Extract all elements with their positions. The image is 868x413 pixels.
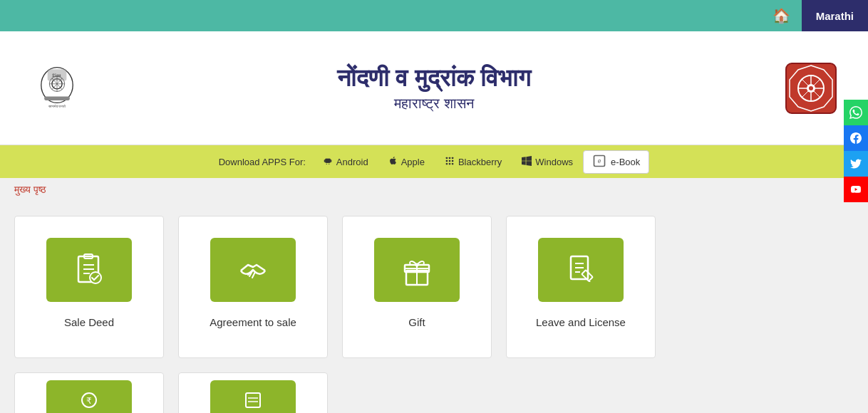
top-bar: 🏠 Marathi xyxy=(0,0,868,31)
gift-card[interactable]: Gift xyxy=(342,216,492,358)
leave-license-icon-box xyxy=(538,238,624,302)
agreement-icon xyxy=(234,251,273,290)
cards-grid: Sale Deed Agreement to sale xyxy=(14,216,854,358)
partial-card-2-icon-box xyxy=(210,380,296,413)
download-label: Download APPS For: xyxy=(219,157,306,167)
agreement-to-sale-label: Agreement to sale xyxy=(210,316,296,328)
ashoka-emblem-icon: 𝕷𝖎𝖔𝖓 सत्यमेव जयते xyxy=(32,60,82,117)
breadcrumb-text[interactable]: मुख्य पृष्ठ xyxy=(14,184,46,195)
mahabhumi-logo-container xyxy=(775,60,847,117)
ebook-icon: e xyxy=(592,154,606,170)
header-title-sub: महाराष्ट्र शासन xyxy=(93,95,775,112)
agreement-icon-box xyxy=(210,238,296,302)
mahabhumi-logo-icon xyxy=(782,60,839,117)
svg-point-44 xyxy=(415,263,418,266)
header-title: नोंदणी व मुद्रांक विभाग महाराष्ट्र शासन xyxy=(93,64,775,112)
windows-app-button[interactable]: Windows xyxy=(512,153,583,171)
partial-card-2[interactable] xyxy=(178,372,328,413)
gift-label: Gift xyxy=(408,316,425,328)
ebook-label: e-Book xyxy=(611,157,640,167)
svg-point-19 xyxy=(809,86,813,90)
gift-icon-box xyxy=(374,238,460,302)
svg-rect-4 xyxy=(44,96,70,100)
windows-label: Windows xyxy=(535,157,573,167)
apple-icon xyxy=(388,155,398,168)
apple-label: Apple xyxy=(401,157,425,167)
svg-rect-25 xyxy=(452,157,453,158)
svg-point-22 xyxy=(329,163,329,164)
cards-grid-bottom: ₹ xyxy=(14,372,854,413)
svg-text:e: e xyxy=(598,157,601,164)
partial-card-1-icon-box: ₹ xyxy=(46,380,132,413)
leave-license-card[interactable]: Leave and License xyxy=(506,216,656,358)
ashoka-emblem-container: 𝕷𝖎𝖔𝖓 सत्यमेव जयते xyxy=(21,60,93,117)
sale-deed-card[interactable]: Sale Deed xyxy=(14,216,164,358)
sale-deed-label: Sale Deed xyxy=(64,316,114,328)
sale-deed-icon-box xyxy=(46,238,132,302)
language-button[interactable]: Marathi xyxy=(802,0,868,31)
svg-rect-26 xyxy=(446,160,448,161)
svg-rect-52 xyxy=(246,393,260,407)
svg-text:₹: ₹ xyxy=(86,396,92,406)
blackberry-app-button[interactable]: Blackberry xyxy=(435,153,512,171)
whatsapp-button[interactable] xyxy=(844,100,868,125)
gift-icon xyxy=(398,251,437,290)
sale-deed-icon xyxy=(70,251,109,290)
facebook-button[interactable] xyxy=(844,125,868,151)
partial-card-1-icon: ₹ xyxy=(78,390,100,411)
header: 𝕷𝖎𝖔𝖓 सत्यमेव जयते नोंदणी व मुद्रांक विभा… xyxy=(0,31,868,145)
svg-rect-24 xyxy=(449,157,450,158)
blackberry-icon xyxy=(445,156,455,168)
twitter-button[interactable] xyxy=(844,151,868,177)
svg-rect-28 xyxy=(452,160,453,161)
youtube-button[interactable] xyxy=(844,177,868,202)
breadcrumb: मुख्य पृष्ठ xyxy=(0,178,868,202)
android-app-button[interactable]: Android xyxy=(313,153,378,171)
svg-rect-27 xyxy=(449,160,450,161)
header-title-main: नोंदणी व मुद्रांक विभाग xyxy=(93,64,775,93)
svg-rect-23 xyxy=(446,157,448,158)
android-icon xyxy=(323,156,333,168)
nav-bar: Download APPS For: Android Apple Blackbe… xyxy=(0,145,868,178)
svg-rect-29 xyxy=(446,162,448,164)
main-content: Sale Deed Agreement to sale xyxy=(0,202,868,413)
leave-license-label: Leave and License xyxy=(536,316,626,328)
leave-license-icon xyxy=(562,251,601,290)
social-bar xyxy=(844,100,868,202)
svg-rect-30 xyxy=(449,162,450,164)
ebook-button[interactable]: e e-Book xyxy=(583,150,649,174)
home-button[interactable]: 🏠 xyxy=(761,7,802,24)
svg-text:सत्यमेव जयते: सत्यमेव जयते xyxy=(48,103,66,108)
partial-card-2-icon xyxy=(242,390,264,411)
android-label: Android xyxy=(336,157,368,167)
agreement-to-sale-card[interactable]: Agreement to sale xyxy=(178,216,328,358)
partial-card-1[interactable]: ₹ xyxy=(14,372,164,413)
blackberry-label: Blackberry xyxy=(458,157,502,167)
svg-point-21 xyxy=(326,163,327,164)
apple-app-button[interactable]: Apple xyxy=(378,152,435,171)
windows-icon xyxy=(522,156,532,168)
svg-rect-31 xyxy=(452,162,453,164)
